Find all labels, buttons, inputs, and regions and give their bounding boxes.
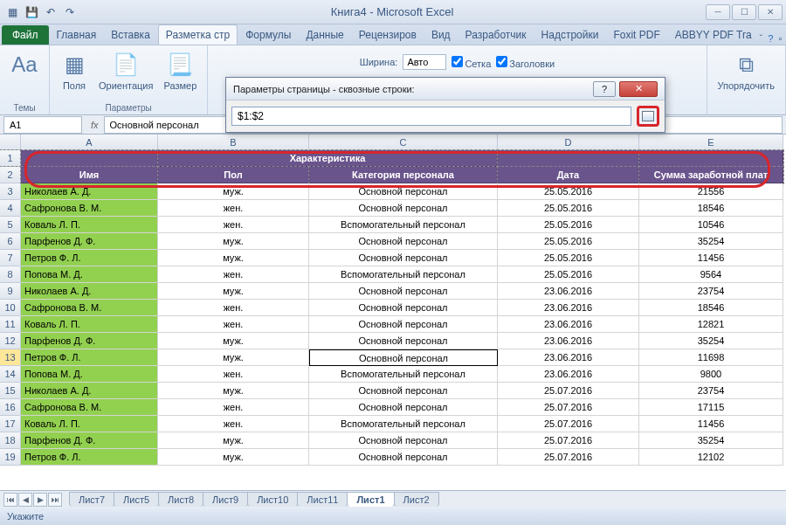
cell-salary[interactable]: 21556	[639, 183, 783, 200]
cell-name[interactable]: Парфенов Д. Ф.	[21, 233, 158, 250]
column-header[interactable]: B	[158, 135, 309, 150]
name-box[interactable]: A1	[3, 116, 82, 134]
cell-name[interactable]: Николаев А. Д.	[21, 283, 158, 300]
row-header[interactable]: 8	[0, 266, 21, 283]
cell-salary[interactable]: 9564	[639, 266, 783, 283]
help-icon[interactable]: ?	[768, 33, 773, 45]
file-tab[interactable]: Файл	[2, 25, 49, 45]
arrange-button[interactable]: ⧉Упорядочить	[716, 49, 776, 93]
cell-salary[interactable]: 23754	[639, 283, 783, 300]
cell-name[interactable]: Попова М. Д.	[21, 266, 158, 283]
cell-name[interactable]: Петров Ф. Л.	[21, 349, 158, 366]
column-header[interactable]: C	[309, 135, 498, 150]
cell-gender[interactable]: жен.	[158, 300, 309, 316]
themes-button[interactable]: Aa	[9, 49, 40, 80]
sheet-tab[interactable]: Лист7	[69, 492, 114, 507]
cell-category[interactable]: Вспомогательный персонал	[309, 266, 498, 283]
cell-salary[interactable]: 18546	[639, 200, 783, 217]
margins-button[interactable]: ▦Поля	[59, 49, 90, 93]
cell-name[interactable]: Парфенов Д. Ф.	[21, 333, 158, 349]
minimize-button[interactable]: ─	[706, 4, 730, 20]
cell-date[interactable]: 25.07.2016	[498, 449, 639, 466]
dialog-close-button[interactable]: ✕	[619, 81, 658, 97]
cell-category[interactable]: Основной персонал	[309, 250, 498, 266]
cell-name[interactable]: Парфенов Д. Ф.	[21, 432, 158, 449]
save-icon[interactable]: 💾	[23, 3, 40, 21]
fx-icon[interactable]: fx	[86, 120, 104, 130]
cell-category[interactable]: Вспомогательный персонал	[309, 217, 498, 233]
cell-category[interactable]: Основной персонал	[309, 316, 498, 333]
cell-date[interactable]: 25.05.2016	[498, 200, 639, 217]
cell-name[interactable]: Сафронова В. М.	[21, 300, 158, 316]
cell-name[interactable]: Коваль Л. П.	[21, 316, 158, 333]
sheet-tab[interactable]: Лист11	[297, 492, 348, 507]
cell-salary[interactable]: 12821	[639, 316, 783, 333]
excel-icon[interactable]: ▦	[3, 3, 21, 21]
cell-gender[interactable]: жен.	[158, 399, 309, 416]
tab-next-icon[interactable]: ▶	[33, 493, 47, 507]
ribbon-tab[interactable]: Главная	[50, 25, 104, 45]
tab-prev-icon[interactable]: ◀	[18, 493, 32, 507]
cell-category[interactable]: Вспомогательный персонал	[309, 416, 498, 432]
column-header[interactable]: E	[639, 135, 783, 150]
cell-gender[interactable]: жен.	[158, 316, 309, 333]
undo-icon[interactable]: ↶	[42, 3, 59, 21]
row-header[interactable]: 15	[0, 383, 21, 399]
grid-checkbox[interactable]: Сетка	[452, 56, 491, 69]
cell-gender[interactable]: жен.	[158, 217, 309, 233]
cell-name[interactable]: Попова М. Д.	[21, 366, 158, 383]
cell-salary[interactable]: 18546	[639, 300, 783, 316]
cell-date[interactable]: 25.05.2016	[498, 250, 639, 266]
cell-name[interactable]: Сафронова В. М.	[21, 399, 158, 416]
row-header[interactable]: 7	[0, 250, 21, 266]
row-header[interactable]: 2	[0, 167, 21, 183]
cell-salary[interactable]: 9800	[639, 366, 783, 383]
cell-category[interactable]: Основной персонал	[309, 383, 498, 399]
sheet-tab[interactable]: Лист8	[158, 492, 203, 507]
tab-last-icon[interactable]: ⏭	[48, 493, 62, 507]
ribbon-tab[interactable]: Вставка	[104, 25, 157, 45]
cell-name[interactable]: Николаев А. Д.	[21, 383, 158, 399]
maximize-button[interactable]: ☐	[732, 4, 756, 20]
width-input[interactable]	[403, 54, 446, 70]
window-restore-icon[interactable]: ▫	[778, 33, 782, 45]
cell-gender[interactable]: жен.	[158, 266, 309, 283]
cell-date[interactable]: 23.06.2016	[498, 333, 639, 349]
cell-gender[interactable]: муж.	[158, 233, 309, 250]
cell-category[interactable]: Основной персонал	[309, 233, 498, 250]
cell-salary[interactable]: 12102	[639, 449, 783, 466]
size-button[interactable]: 📃Размер	[162, 49, 198, 93]
select-all-corner[interactable]	[0, 135, 21, 150]
cell-date[interactable]: 25.07.2016	[498, 416, 639, 432]
cell-salary[interactable]: 11698	[639, 349, 783, 366]
cell-name[interactable]: Петров Ф. Л.	[21, 449, 158, 466]
ribbon-minimize-icon[interactable]: ˇ	[760, 33, 763, 45]
cell-gender[interactable]: муж.	[158, 250, 309, 266]
cell-salary[interactable]: 35254	[639, 432, 783, 449]
ribbon-tab[interactable]: Разметка стр	[158, 24, 238, 45]
cell-date[interactable]: 23.06.2016	[498, 283, 639, 300]
dialog-help-button[interactable]: ?	[593, 81, 616, 97]
tab-first-icon[interactable]: ⏮	[3, 493, 17, 507]
row-header[interactable]: 19	[0, 449, 21, 466]
ribbon-tab[interactable]: ABBYY PDF Tra	[668, 25, 759, 45]
cell-category[interactable]: Основной персонал	[309, 432, 498, 449]
row-header[interactable]: 6	[0, 233, 21, 250]
cell-category[interactable]: Основной персонал	[309, 333, 498, 349]
cell-gender[interactable]: муж.	[158, 432, 309, 449]
cell-name[interactable]: Петров Ф. Л.	[21, 250, 158, 266]
cell-salary[interactable]: 23754	[639, 383, 783, 399]
row-header[interactable]: 13	[0, 349, 21, 366]
cell-salary[interactable]: 35254	[639, 333, 783, 349]
cell-gender[interactable]: жен.	[158, 366, 309, 383]
cell-gender[interactable]: муж.	[158, 283, 309, 300]
row-header[interactable]: 3	[0, 183, 21, 200]
cell-gender[interactable]: жен.	[158, 416, 309, 432]
row-header[interactable]: 5	[0, 217, 21, 233]
rows-to-repeat-input[interactable]	[231, 107, 631, 126]
row-header[interactable]: 14	[0, 366, 21, 383]
row-header[interactable]: 11	[0, 316, 21, 333]
ribbon-tab[interactable]: Foxit PDF	[606, 25, 666, 45]
ribbon-tab[interactable]: Рецензиров	[352, 25, 424, 45]
sheet-tab[interactable]: Лист1	[347, 492, 394, 507]
